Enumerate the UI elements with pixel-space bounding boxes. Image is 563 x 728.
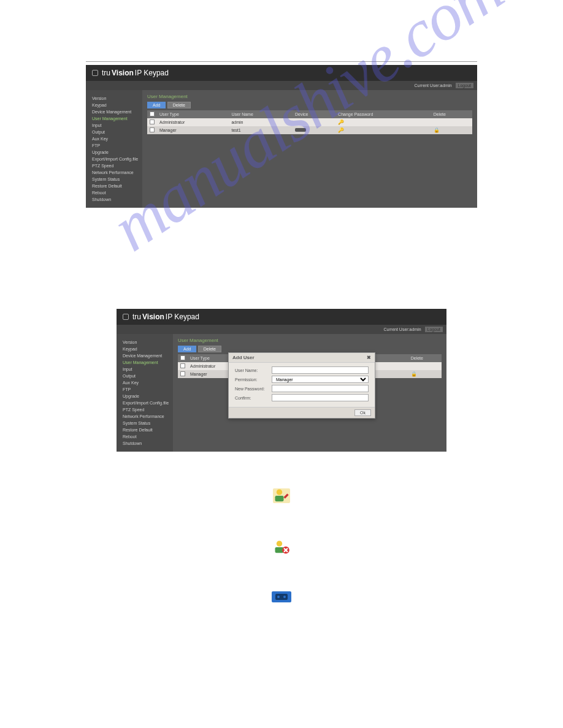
table-row[interactable]: Administratoradmin🔑	[147, 118, 472, 126]
cell-usertype: Administrator	[157, 118, 229, 126]
svg-point-2	[277, 541, 282, 547]
col-check	[178, 354, 188, 362]
sidebar-item-shutdown[interactable]: Shutdown	[92, 196, 136, 203]
ok-button[interactable]: Ok	[354, 409, 371, 416]
sidebar-item-input[interactable]: Input	[123, 366, 167, 373]
row-checkbox[interactable]	[150, 127, 155, 132]
brand-text-1: tru	[102, 69, 110, 77]
sidebar-item-upgrade[interactable]: Upgrade	[92, 149, 136, 156]
sidebar-item-keypad[interactable]: Keypad	[92, 102, 136, 108]
sidebar-item-output[interactable]: Output	[123, 373, 167, 379]
sidebar-item-network-performance[interactable]: Network Performance	[123, 413, 167, 420]
cell-username: admin	[229, 118, 293, 126]
svg-rect-1	[275, 496, 284, 501]
sidebar-item-input[interactable]: Input	[92, 122, 136, 129]
sidebar-item-system-status[interactable]: System Status	[123, 420, 167, 427]
delete-user-icon	[273, 540, 290, 555]
username-label: User Name:	[235, 368, 272, 373]
cell-device	[293, 118, 335, 126]
sidebar-item-device-management[interactable]: Device Management	[92, 108, 136, 115]
cell-delete: 🔒	[408, 370, 442, 378]
permission-select[interactable]: Manager	[272, 376, 369, 383]
sidebar-item-user-management[interactable]: User Management	[123, 359, 167, 366]
col-Delete: Delete	[431, 110, 472, 118]
app-panel-2: truVision IP Keypad Current User:admin L…	[117, 309, 446, 452]
confirm-field[interactable]	[272, 394, 369, 401]
current-user-label: Current User:admin	[384, 327, 421, 332]
logout-button[interactable]: Logout	[456, 83, 473, 88]
dialog-titlebar: Add User ✖	[229, 353, 375, 363]
col-Delete: Delete	[408, 354, 442, 362]
add-button[interactable]: Add	[147, 102, 166, 108]
col-Change Password: Change Password	[335, 110, 431, 118]
current-user-label: Current User:admin	[415, 83, 452, 88]
cell-changepw: 🔑	[335, 118, 431, 126]
main-panel: User Management Add Delete User TypeUser…	[142, 90, 477, 208]
cell-usertype: Manager	[157, 126, 229, 134]
sidebar-item-ftp[interactable]: FTP	[123, 386, 167, 393]
sidebar-item-reboot[interactable]: Reboot	[92, 189, 136, 196]
user-table: User TypeUser NameDeviceChange PasswordD…	[147, 110, 472, 134]
brand-product: IP Keypad	[135, 69, 169, 77]
cell-delete: 🔒	[431, 126, 472, 134]
page-divider	[86, 61, 477, 62]
header: truVision IP Keypad	[86, 65, 477, 81]
row-checkbox[interactable]	[150, 119, 155, 124]
logout-button[interactable]: Logout	[425, 327, 443, 332]
select-all-checkbox[interactable]	[180, 355, 185, 360]
select-all-checkbox[interactable]	[150, 112, 155, 116]
col-User Name: User Name	[229, 110, 293, 118]
dialog-title: Add User	[232, 355, 255, 360]
cell-username: test1	[229, 126, 293, 134]
sidebar-item-reboot[interactable]: Reboot	[123, 433, 167, 440]
delete-button[interactable]: Delete	[198, 346, 221, 352]
brand-product: IP Keypad	[166, 313, 199, 321]
delete-row-icon[interactable]: 🔒	[411, 371, 417, 377]
confirm-label: Confirm:	[235, 396, 272, 400]
col-check	[147, 110, 157, 118]
sidebar-item-version[interactable]: Version	[92, 95, 136, 102]
col-User Type: User Type	[157, 110, 229, 118]
sidebar-item-user-management[interactable]: User Management	[92, 115, 136, 122]
brand-text-2: Vision	[112, 69, 134, 77]
device-icon[interactable]	[295, 128, 306, 132]
button-row: Add Delete	[147, 102, 472, 108]
sidebar-item-keypad[interactable]: Keypad	[123, 346, 167, 352]
sidebar-item-network-performance[interactable]: Network Performance	[92, 169, 136, 176]
sidebar-item-restore-default[interactable]: Restore Default	[123, 427, 167, 433]
sidebar-item-version[interactable]: Version	[123, 339, 167, 346]
sidebar-item-upgrade[interactable]: Upgrade	[123, 393, 167, 400]
device-icon	[272, 591, 291, 602]
sidebar-item-export-import-config-file[interactable]: Export/Import Config.file	[123, 400, 167, 406]
edit-user-icon	[273, 488, 290, 503]
brand-icon	[123, 314, 129, 320]
row-checkbox[interactable]	[180, 371, 185, 376]
delete-row-icon[interactable]: 🔒	[434, 127, 440, 133]
sidebar-item-device-management[interactable]: Device Management	[123, 352, 167, 359]
app-panel-1: truVision IP Keypad Current User:admin L…	[86, 65, 477, 208]
sidebar-item-shutdown[interactable]: Shutdown	[123, 440, 167, 447]
delete-button[interactable]: Delete	[167, 102, 191, 108]
row-checkbox[interactable]	[180, 363, 185, 368]
sidebar-item-aux-key[interactable]: Aux Key	[92, 135, 136, 142]
sidebar-item-ptz-speed[interactable]: PTZ Speed	[92, 162, 136, 169]
sidebar-item-ftp[interactable]: FTP	[92, 142, 136, 149]
brand-text-1: tru	[132, 313, 141, 321]
table-row[interactable]: Managertest1🔑🔒	[147, 126, 472, 134]
col-Device: Device	[293, 110, 335, 118]
sidebar-item-system-status[interactable]: System Status	[92, 176, 136, 183]
newpassword-label: New Password:	[235, 387, 272, 391]
close-icon[interactable]: ✖	[367, 355, 371, 360]
sidebar-item-ptz-speed[interactable]: PTZ Speed	[123, 406, 167, 413]
header: truVision IP Keypad	[117, 309, 446, 325]
sidebar-item-aux-key[interactable]: Aux Key	[123, 379, 167, 386]
change-password-icon[interactable]: 🔑	[338, 119, 344, 125]
newpassword-field[interactable]	[272, 385, 369, 392]
sidebar-item-restore-default[interactable]: Restore Default	[92, 183, 136, 189]
sidebar-item-export-import-config-file[interactable]: Export/Import Config.file	[92, 156, 136, 162]
sidebar: VersionKeypadDevice ManagementUser Manag…	[86, 90, 142, 208]
sidebar-item-output[interactable]: Output	[92, 129, 136, 135]
add-button[interactable]: Add	[178, 346, 196, 352]
username-field[interactable]	[272, 366, 369, 374]
change-password-icon[interactable]: 🔑	[338, 127, 344, 133]
